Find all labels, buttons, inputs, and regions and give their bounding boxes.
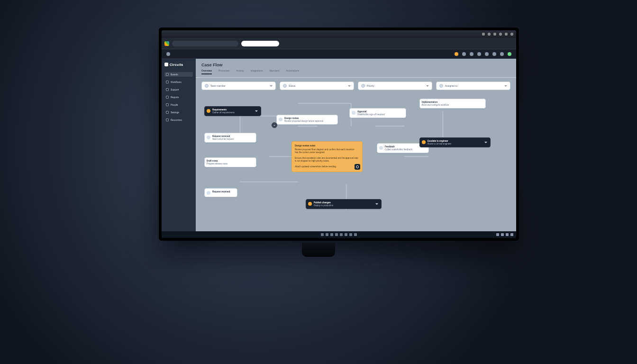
avatar-icon[interactable] xyxy=(508,52,511,56)
avatar-icon xyxy=(308,202,312,206)
report-icon xyxy=(166,96,169,99)
flow-node-requirements[interactable]: RequirementsGather all requirements xyxy=(204,106,261,116)
taskbar-app-icon[interactable] xyxy=(335,233,338,236)
sidebar-item-boards[interactable]: Boards xyxy=(164,72,193,77)
tab-activity[interactable]: Activity xyxy=(237,69,244,74)
sidebar-item-reports[interactable]: Reports xyxy=(164,95,193,100)
tab-bar: Overview Processes Activity Integrations… xyxy=(196,69,516,78)
flow-canvas[interactable]: RequirementsGather all requirements Desi… xyxy=(201,96,510,228)
chevron-down-icon xyxy=(504,85,507,87)
sidebar: Circuits Boards Workflows Support Report… xyxy=(162,59,196,231)
flow-node-request[interactable]: Request receivedNew customer request xyxy=(204,133,256,143)
tray-icon[interactable] xyxy=(482,33,485,36)
tab-processes[interactable]: Processes xyxy=(218,69,229,74)
app-body: Circuits Boards Workflows Support Report… xyxy=(162,59,516,231)
avatar-icon xyxy=(379,146,383,150)
tab-members[interactable]: Members xyxy=(270,69,280,74)
note-action-button[interactable] xyxy=(355,164,360,170)
os-titlebar xyxy=(162,30,516,38)
moon-icon[interactable] xyxy=(500,52,504,56)
flow-connector[interactable]: + xyxy=(272,122,277,128)
content: Case Flow Overview Processes Activity In… xyxy=(196,59,516,231)
search-input[interactable] xyxy=(241,41,279,46)
brand[interactable]: Circuits xyxy=(164,63,193,66)
avatar-icon xyxy=(279,118,282,121)
flow-node-design-review[interactable]: Design reviewReview proposed design befo… xyxy=(276,115,338,125)
chevron-down-icon xyxy=(426,85,429,87)
menu-icon[interactable] xyxy=(166,52,170,56)
apps-icon[interactable] xyxy=(462,52,466,56)
gear-icon xyxy=(166,111,169,114)
person-icon xyxy=(205,84,209,88)
close-icon[interactable] xyxy=(510,33,513,36)
avatar-icon xyxy=(207,191,210,195)
person-icon xyxy=(283,84,287,88)
flow-node-person[interactable]: Request received xyxy=(204,188,237,197)
dot-icon xyxy=(361,84,365,88)
flow-node-draft-notes[interactable]: Draft notesPrepare release notes xyxy=(204,157,256,167)
favicon-icon xyxy=(164,41,169,46)
sidebar-item-resources[interactable]: Resources xyxy=(164,118,193,122)
chevron-down-icon xyxy=(375,203,378,205)
monitor-frame: Circuits Boards Workflows Support Report… xyxy=(159,27,519,241)
tray-wifi-icon[interactable] xyxy=(496,233,499,236)
sidebar-item-settings[interactable]: Settings xyxy=(164,110,193,115)
person-icon xyxy=(439,84,443,88)
taskbar-app-icon[interactable] xyxy=(330,233,333,236)
chevron-down-icon xyxy=(255,110,258,112)
taskbar-app-icon[interactable] xyxy=(354,233,357,236)
book-icon xyxy=(166,118,169,121)
tab-overview[interactable]: Overview xyxy=(201,69,212,74)
bell-icon[interactable] xyxy=(492,52,496,56)
filter-row: Team member Status Priority Assigned to xyxy=(196,78,516,94)
windows-taskbar[interactable] xyxy=(162,231,516,238)
taskbar-app-icon[interactable] xyxy=(326,233,328,236)
brand-name: Circuits xyxy=(170,63,183,66)
people-icon xyxy=(166,103,169,106)
help-icon[interactable] xyxy=(470,52,473,56)
sidebar-item-workflows[interactable]: Workflows xyxy=(164,80,193,84)
taskbar-app-icon[interactable] xyxy=(321,233,324,236)
app-header xyxy=(162,49,516,59)
sidebar-item-people[interactable]: People xyxy=(164,102,193,107)
brand-logo-icon xyxy=(164,63,168,66)
browser-toolbar xyxy=(162,38,516,49)
tray-clock[interactable] xyxy=(510,233,513,236)
filter-team-member[interactable]: Team member xyxy=(201,82,276,90)
tab-integrations[interactable]: Integrations xyxy=(250,69,263,74)
avatar-icon xyxy=(207,136,210,139)
tray-volume-icon[interactable] xyxy=(501,233,504,236)
filter-assigned[interactable]: Assigned to xyxy=(436,82,510,90)
notifications-icon[interactable] xyxy=(455,52,458,56)
sticky-note[interactable]: Design review notes Review proposed flow… xyxy=(291,141,363,172)
avatar-icon xyxy=(352,111,355,115)
taskbar-app-icon[interactable] xyxy=(349,233,352,236)
sidebar-item-support[interactable]: Support xyxy=(164,87,193,92)
flow-node-publish[interactable]: Publish changesDeploy to production xyxy=(306,199,382,209)
search-icon[interactable] xyxy=(485,52,489,56)
tray-icon[interactable] xyxy=(488,33,491,36)
board-icon xyxy=(166,73,169,76)
settings-icon[interactable] xyxy=(477,52,481,56)
chevron-down-icon xyxy=(484,142,487,143)
flow-node-escalate[interactable]: Escalate to engineerRoute to on-call eng… xyxy=(419,137,491,147)
chevron-down-icon xyxy=(348,85,351,87)
flow-icon xyxy=(166,81,169,83)
flow-node-approval[interactable]: ApprovalStakeholder sign-off required xyxy=(349,108,406,118)
screen: Circuits Boards Workflows Support Report… xyxy=(162,30,516,238)
monitor-stand xyxy=(302,243,335,257)
maximize-icon[interactable] xyxy=(505,33,508,36)
tab-automations[interactable]: Automations xyxy=(286,69,299,74)
taskbar-app-icon[interactable] xyxy=(340,233,343,236)
taskbar-app-icon[interactable] xyxy=(345,233,347,236)
filter-priority[interactable]: Priority xyxy=(358,82,432,90)
tray-icon[interactable] xyxy=(493,33,496,36)
filter-status[interactable]: Status xyxy=(280,82,354,90)
tray-battery-icon[interactable] xyxy=(506,233,509,236)
avatar-icon xyxy=(422,140,426,144)
flow-node-implementation[interactable]: ImplementationBuild and configure workfl… xyxy=(419,99,486,109)
minimize-icon[interactable] xyxy=(499,33,502,36)
chevron-down-icon xyxy=(270,85,273,87)
address-bar[interactable] xyxy=(172,41,238,46)
page-title: Case Flow xyxy=(196,59,516,69)
